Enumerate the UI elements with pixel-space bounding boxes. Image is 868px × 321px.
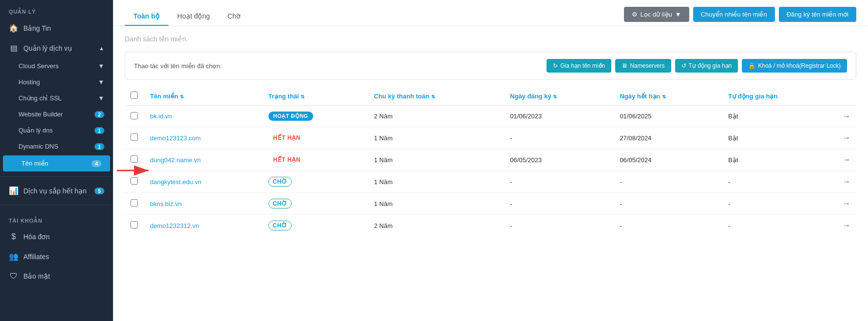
table-row: dangkytest.edu.vn CHỜ 1 Năm - - - → <box>125 171 856 193</box>
row-action[interactable]: → <box>837 193 856 215</box>
sidebar-item-affiliates[interactable]: 👥 Affiliates <box>0 246 113 266</box>
sidebar-item-ten-mien[interactable]: Tên miền 4 <box>3 155 110 171</box>
row-arrow-button[interactable]: → <box>843 221 850 230</box>
divider <box>0 176 113 177</box>
tab-toan-bo[interactable]: Toàn bộ <box>125 7 169 26</box>
row-domain[interactable]: bkns.biz.vn <box>144 193 263 215</box>
row-arrow-button[interactable]: → <box>843 177 850 186</box>
row-checkbox[interactable] <box>125 193 144 215</box>
col-ten-mien[interactable]: Tên miền ⇅ <box>144 87 263 106</box>
bulk-nameservers-button[interactable]: 🖥 Nameservers <box>615 59 671 73</box>
sidebar-item-quan-ly-dns[interactable]: Quản lý dns 1 <box>0 122 113 138</box>
domain-link[interactable]: bk.id.vn <box>150 113 172 120</box>
sidebar-item-cloud-servers[interactable]: Cloud Servers ▼ <box>0 58 113 74</box>
status-badge: HOẠT ĐỘNG <box>268 112 313 121</box>
select-all-checkbox[interactable] <box>131 92 138 99</box>
row-status: HOẠT ĐỘNG <box>263 106 368 127</box>
sort-icon: ⇅ <box>431 94 435 99</box>
sidebar-item-label: Affiliates <box>23 253 104 261</box>
status-badge: CHỜ <box>268 177 292 187</box>
status-badge: CHỜ <box>268 199 292 208</box>
auto-icon: ↺ <box>681 62 686 69</box>
renew-icon: ↻ <box>553 62 558 69</box>
sidebar-section-tai-khoan: TÀI KHOẢN <box>0 209 113 227</box>
domain-table: Tên miền ⇅ Trạng thái ⇅ Chu kỳ thanh toá… <box>125 87 856 236</box>
row-reg-date: - <box>504 193 614 215</box>
row-action[interactable]: → <box>837 127 856 149</box>
row-action[interactable]: → <box>837 171 856 193</box>
sidebar-item-hoa-don[interactable]: $ Hóa đơn <box>0 227 113 246</box>
row-cycle: 2 Năm <box>368 106 504 127</box>
sidebar-item-website-builder[interactable]: Website Builder 2 <box>0 106 113 122</box>
row-domain[interactable]: dung042.name.vn <box>144 149 263 171</box>
sidebar-item-chung-chi-ssl[interactable]: Chứng chỉ SSL ▼ <box>0 90 113 106</box>
col-ngay-het-han[interactable]: Ngày hết hạn ⇅ <box>614 87 722 106</box>
row-arrow-button[interactable]: → <box>843 133 850 142</box>
domain-link[interactable]: dangkytest.edu.vn <box>150 178 202 186</box>
row-reg-date: - <box>504 215 614 237</box>
row-action[interactable]: → <box>837 106 856 127</box>
row-domain[interactable]: demo1232312.vn <box>144 215 263 237</box>
col-ngay-dang-ky[interactable]: Ngày đăng ký ⇅ <box>504 87 614 106</box>
row-arrow-button[interactable]: → <box>843 199 850 208</box>
chevron-up-icon: ▲ <box>99 45 104 51</box>
sidebar-item-quan-ly-dich-vu[interactable]: ▤ Quản lý dịch vụ ▲ <box>0 38 113 58</box>
row-checkbox[interactable] <box>125 106 144 127</box>
row-status: CHỜ <box>263 215 368 237</box>
domain-link[interactable]: dung042.name.vn <box>150 156 201 164</box>
register-button[interactable]: Đăng ký tên miền mới <box>779 7 856 22</box>
sidebar-item-bang-tin[interactable]: 🏠 Bảng Tin <box>0 18 113 38</box>
domain-link[interactable]: demo1232312.vn <box>150 222 199 229</box>
lock-icon: 🔒 <box>748 62 755 69</box>
row-checkbox[interactable] <box>125 215 144 237</box>
row-action[interactable]: → <box>837 215 856 237</box>
row-exp-date: - <box>614 215 722 237</box>
row-checkbox[interactable] <box>125 127 144 149</box>
main-content: Toàn bộ Hoạt động Chờ ⚙ Lọc dữ liệu ▼ Ch… <box>113 0 868 321</box>
row-select-checkbox[interactable] <box>131 112 138 119</box>
bulk-auto-renew-button[interactable]: ↺ Tự động gia hạn <box>675 59 738 73</box>
sidebar-item-bao-mat[interactable]: 🛡 Bảo mật <box>0 266 113 286</box>
sidebar-item-label: Cloud Servers <box>19 62 93 70</box>
row-domain[interactable]: bk.id.vn <box>144 106 263 127</box>
row-exp-date: - <box>614 193 722 215</box>
tab-hoat-dong[interactable]: Hoạt động <box>169 7 219 26</box>
row-status: HẾT HẠN <box>263 149 368 171</box>
row-select-checkbox[interactable] <box>131 155 138 163</box>
col-chu-ky[interactable]: Chu kỳ thanh toán ⇅ <box>368 87 504 106</box>
bulk-renew-button[interactable]: ↻ Gia hạn tên miền <box>547 59 611 73</box>
row-cycle: 1 Năm <box>368 149 504 171</box>
sidebar-item-dynamic-dns[interactable]: Dynamic DNS 1 <box>0 138 113 154</box>
page-content: Danh sách tên miền. Thao tác với tên miề… <box>113 26 868 321</box>
filter-button[interactable]: ⚙ Lọc dữ liệu ▼ <box>624 7 689 22</box>
row-checkbox[interactable] <box>125 171 144 193</box>
row-domain[interactable]: demo123123.com <box>144 127 263 149</box>
row-checkbox[interactable] <box>125 149 144 171</box>
row-reg-date: - <box>504 171 614 193</box>
row-arrow-button[interactable]: → <box>843 155 850 164</box>
row-select-checkbox[interactable] <box>131 199 138 207</box>
domain-link[interactable]: demo123123.com <box>150 134 201 142</box>
row-arrow-button[interactable]: → <box>843 112 850 121</box>
domain-link[interactable]: bkns.biz.vn <box>150 200 182 208</box>
row-exp-date: 01/06/2025 <box>614 106 722 127</box>
row-auto-renew: - <box>722 171 837 193</box>
bulk-lock-button[interactable]: 🔒 Khoá / mở khoá(Registrar Lock) <box>742 59 847 73</box>
bulk-actions: ↻ Gia hạn tên miền 🖥 Nameservers ↺ Tự độ… <box>547 59 847 73</box>
row-select-checkbox[interactable] <box>131 177 138 185</box>
sidebar-item-hosting[interactable]: Hosting ▼ <box>0 74 113 90</box>
tab-cho[interactable]: Chờ <box>219 7 249 26</box>
badge-count: 1 <box>94 143 104 150</box>
row-domain[interactable]: dangkytest.edu.vn <box>144 171 263 193</box>
table-row: bk.id.vn HOẠT ĐỘNG 2 Năm 01/06/2023 01/0… <box>125 106 856 127</box>
row-action[interactable]: → <box>837 149 856 171</box>
sidebar-item-label: Website Builder <box>19 111 90 118</box>
row-reg-date: 01/06/2023 <box>504 106 614 127</box>
sidebar-item-dich-vu-sap-het-han[interactable]: 📊 Dịch vụ sắp hết hạn 5 <box>0 181 113 201</box>
col-trang-thai[interactable]: Trạng thái ⇅ <box>263 87 368 106</box>
chevron-down-icon: ▼ <box>675 11 681 18</box>
transfer-button[interactable]: Chuyển nhiều tên miền <box>693 7 775 22</box>
row-select-checkbox[interactable] <box>131 133 138 141</box>
row-select-checkbox[interactable] <box>131 221 138 228</box>
sort-icon: ⇅ <box>301 94 304 99</box>
